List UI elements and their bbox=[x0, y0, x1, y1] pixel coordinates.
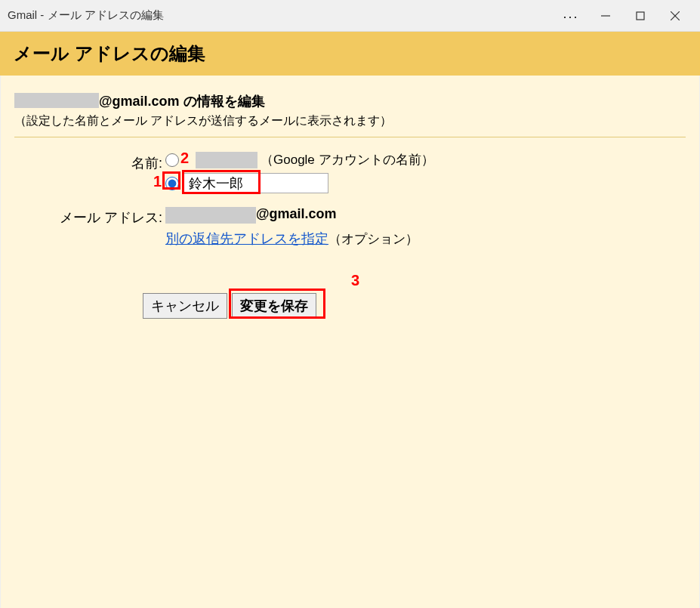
close-button[interactable] bbox=[658, 0, 692, 32]
name-option-custom: 1 bbox=[165, 173, 434, 193]
redacted-email-prefix bbox=[14, 93, 99, 108]
redacted-email-local bbox=[165, 207, 256, 224]
info-header-text: @gmail.com の情報を編集 bbox=[99, 92, 265, 110]
name-label: 名前: bbox=[14, 151, 165, 205]
email-domain: @gmail.com bbox=[256, 206, 337, 221]
page-header: メール アドレスの編集 bbox=[0, 32, 700, 76]
minimize-icon bbox=[601, 11, 610, 20]
divider bbox=[14, 137, 686, 137]
email-label: メール アドレス: bbox=[14, 205, 165, 230]
kebab-menu-button[interactable]: ⋮ bbox=[554, 0, 588, 32]
reply-to-link[interactable]: 別の返信先アドレスを指定 bbox=[165, 231, 328, 246]
info-subtitle: （設定した名前とメール アドレスが送信するメールに表示されます） bbox=[14, 113, 686, 129]
minimize-button[interactable] bbox=[588, 0, 623, 32]
titlebar: Gmail - メール アドレスの編集 ⋮ bbox=[0, 0, 700, 32]
radio-google-name[interactable] bbox=[165, 153, 179, 167]
maximize-icon bbox=[636, 11, 645, 20]
close-icon bbox=[671, 11, 680, 20]
redacted-google-name bbox=[196, 152, 257, 168]
kebab-icon: ⋮ bbox=[563, 10, 578, 22]
button-row: キャンセル 3 変更を保存 bbox=[143, 293, 686, 319]
content-area: @gmail.com の情報を編集 （設定した名前とメール アドレスが送信するメ… bbox=[0, 76, 700, 608]
info-header: @gmail.com の情報を編集 bbox=[14, 91, 686, 110]
custom-name-input[interactable] bbox=[182, 173, 328, 193]
save-button[interactable]: 変更を保存 bbox=[232, 293, 316, 319]
cancel-button[interactable]: キャンセル bbox=[143, 293, 227, 319]
radio-custom-name[interactable] bbox=[165, 177, 179, 190]
option-note: （オプション） bbox=[328, 232, 418, 246]
svg-rect-1 bbox=[637, 12, 644, 20]
window-controls: ⋮ bbox=[554, 0, 692, 32]
name-option-google: 2 （Google アカウントの名前） bbox=[165, 151, 434, 168]
page-title: メール アドレスの編集 bbox=[14, 42, 686, 66]
maximize-button[interactable] bbox=[623, 0, 658, 32]
window-title: Gmail - メール アドレスの編集 bbox=[8, 8, 164, 23]
google-account-note: （Google アカウントの名前） bbox=[261, 151, 434, 168]
form: 名前: 2 （Google アカウントの名前） 1 bbox=[14, 151, 434, 255]
annotation-3: 3 bbox=[351, 272, 359, 289]
annotation-2: 2 bbox=[180, 150, 189, 167]
